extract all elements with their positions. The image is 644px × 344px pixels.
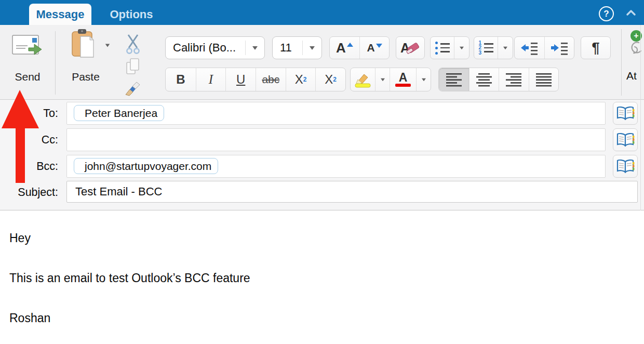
align-right-icon [505,73,522,87]
font-name-select[interactable]: Calibri (Bo... [165,36,265,59]
bcc-row: Bcc: john@startupvoyager.com [0,155,644,178]
numbered-list-icon: 1 2 3 [478,41,493,55]
recipient-chip[interactable]: john@startupvoyager.com [74,158,218,174]
indent-group [514,36,574,59]
ribbon-tab-bar: Message Options ? [0,0,644,25]
to-field[interactable]: Peter Banerjea [66,102,606,125]
text-highlight-button[interactable] [351,68,375,91]
align-center-button[interactable] [469,68,499,91]
attach-button[interactable]: + At [625,25,644,100]
triangle-down-icon [376,44,382,48]
underline-button[interactable]: U [225,68,256,91]
collapse-ribbon-icon[interactable] [626,9,636,16]
align-right-button[interactable] [499,68,529,91]
to-address-book-button[interactable] [613,102,638,125]
subscript-button[interactable]: X2 [286,68,316,91]
show-paragraph-marks-button[interactable]: ¶ [581,36,611,59]
ribbon-toolbar: Send Paste [0,25,644,100]
send-label: Send [5,71,50,83]
attach-label: At [626,70,637,82]
pilcrow-icon: ¶ [592,40,599,56]
bold-button[interactable]: B [166,68,196,91]
red-arrow-annotation [0,83,42,185]
justify-button[interactable] [529,68,559,91]
address-book-icon [616,158,635,174]
outlook-compose-window: Message Options ? Send [0,0,644,344]
triangle-up-icon [347,43,353,47]
body-line: Hey [9,231,634,246]
paste-dropdown-arrow-icon[interactable] [105,44,110,47]
paste-label: Paste [62,71,109,83]
to-row: To: Peter Banerjea [0,102,644,125]
font-resize-group: A A [329,36,390,59]
tab-message[interactable]: Message [29,4,91,25]
subject-row: Subject: [0,181,644,204]
message-body-editor[interactable]: Hey This is an email to test Outlook’s B… [0,211,644,344]
grow-font-button[interactable]: A [330,37,359,59]
copy-button[interactable] [117,57,149,76]
ribbon-divider [621,29,622,96]
body-line: This is an email to test Outlook’s BCC f… [9,271,634,286]
bullet-list-group [430,36,469,59]
tab-options-label: Options [110,8,153,21]
recipient-chip[interactable]: Peter Banerjea [74,105,164,121]
alignment-group [438,68,559,91]
send-icon [11,32,43,58]
ribbon-divider [55,31,56,95]
format-painter-button[interactable] [117,80,149,97]
font-color-icon: A [395,72,411,87]
clear-formatting-button[interactable]: A [396,36,425,59]
align-left-button[interactable] [439,68,469,91]
shrink-font-button[interactable]: A [359,37,389,59]
grow-font-glyph: A [336,40,346,56]
strikethrough-button[interactable]: abc [256,68,286,91]
body-line: Roshan [9,311,634,326]
numbered-list-button[interactable]: 1 2 3 [474,37,498,59]
scissors-icon [125,33,141,54]
bcc-address-book-button[interactable] [613,155,638,178]
help-glyph: ? [603,9,609,19]
increase-indent-icon [550,41,569,55]
justify-icon [535,73,552,87]
font-size-select[interactable]: 11 [272,36,322,59]
bcc-field[interactable]: john@startupvoyager.com [66,155,606,178]
font-color-button[interactable]: A [390,68,416,91]
chevron-down-icon [381,78,385,81]
chevron-down-icon [310,46,315,50]
decrease-indent-button[interactable] [515,37,544,59]
superscript-button[interactable]: X2 [315,68,345,91]
tab-options[interactable]: Options [92,4,170,25]
align-center-icon [476,73,492,87]
highlight-dropdown[interactable] [375,68,390,91]
window-edge-divider [640,25,641,210]
address-book-icon [616,105,635,121]
chevron-down-icon [460,46,464,49]
font-name-value: Calibri (Bo... [173,37,236,59]
recipient-chip-label: john@startupvoyager.com [85,160,211,173]
address-book-icon [616,132,635,148]
numbered-list-dropdown[interactable] [498,37,513,59]
cc-field[interactable] [66,128,606,151]
subject-input[interactable] [66,181,638,203]
help-icon[interactable]: ? [599,6,614,21]
chevron-down-icon [503,46,507,49]
highlight-color-group: A [350,68,431,91]
font-size-value: 11 [280,37,292,59]
bullet-list-dropdown[interactable] [454,37,469,59]
clipboard-tools [117,25,149,100]
copy-icon [126,57,140,76]
cc-row: Cc: [0,128,644,151]
cc-input[interactable] [67,129,605,151]
cut-button[interactable] [117,33,149,54]
paste-button[interactable]: Paste [62,25,115,100]
highlighter-icon [355,71,371,88]
cc-address-book-button[interactable] [613,128,638,151]
recipient-chip-label: Peter Banerjea [85,107,157,120]
font-color-dropdown[interactable] [416,68,431,91]
eraser-icon [406,41,420,55]
bullet-list-button[interactable] [431,37,454,59]
chevron-down-icon [252,46,258,50]
italic-button[interactable]: I [196,68,226,91]
increase-indent-button[interactable] [544,37,574,59]
font-style-group: B I U abc X2 X2 [165,68,346,91]
